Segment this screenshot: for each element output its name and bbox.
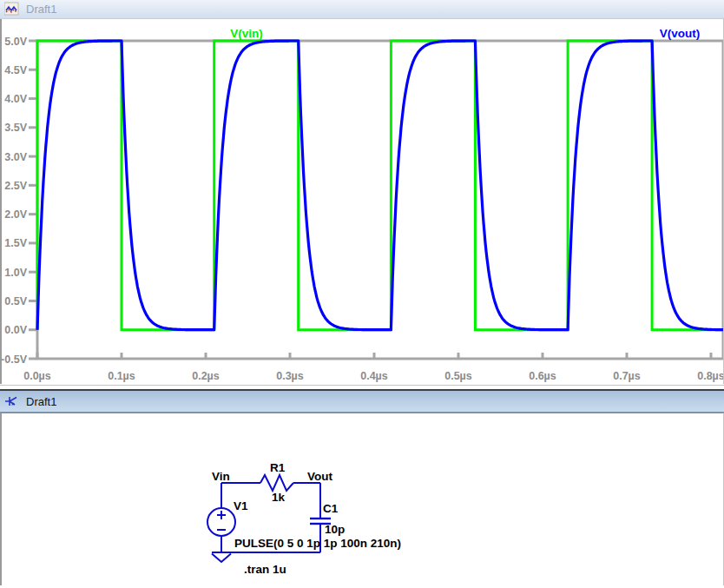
waveform-titlebar[interactable]: Draft1	[0, 0, 724, 19]
y-tick-label: 1.5V	[4, 237, 27, 249]
y-tick-label: 0.5V	[4, 295, 27, 307]
voltage-source-symbol[interactable]	[207, 508, 235, 536]
legend-vout[interactable]: V(vout)	[660, 27, 701, 40]
ref-label-r1[interactable]: R1	[270, 461, 286, 474]
plot-border	[37, 41, 723, 359]
y-tick-label: 5.0V	[4, 36, 27, 48]
x-tick-label: 0.1µs	[108, 370, 135, 382]
y-tick-label: 3.0V	[4, 151, 27, 163]
x-tick-label: 0.7µs	[613, 370, 641, 382]
schematic-window-title: Draft1	[26, 395, 56, 408]
value-label-pulse[interactable]: PULSE(0 5 0 1p 1p 100n 210n)	[234, 537, 401, 550]
ref-label-v1[interactable]: V1	[234, 499, 248, 512]
y-tick-label: 0.0V	[4, 324, 27, 336]
spice-directive[interactable]: .tran 1u	[244, 563, 286, 576]
x-tick-label: 0.8µs	[697, 370, 723, 382]
y-tick-label: 1.0V	[4, 267, 27, 279]
trace-vout	[37, 41, 723, 330]
x-tick-label: 0.4µs	[360, 370, 388, 382]
trace-vin	[37, 41, 723, 330]
net-label-vout[interactable]: Vout	[307, 470, 332, 483]
x-tick-label: 0.2µs	[192, 370, 220, 382]
y-tick-label: 2.0V	[4, 208, 27, 221]
waveform-icon	[4, 2, 19, 17]
schematic-canvas[interactable]: Vin R1 Vout 1k V1 C1 10p PULSE(0 5 0 1p …	[2, 413, 723, 585]
schematic-titlebar[interactable]: Draft1	[0, 389, 724, 413]
schematic-canvas-area[interactable]: Vin R1 Vout 1k V1 C1 10p PULSE(0 5 0 1p …	[0, 413, 724, 585]
schematic-window[interactable]: Draft1	[0, 385, 724, 588]
x-tick-label: 0.5µs	[444, 370, 472, 382]
y-tick-label: 4.5V	[4, 64, 27, 76]
waveform-plot-area[interactable]: 5.0V4.5V4.0V3.5V3.0V2.5V2.0V1.5V1.0V0.5V…	[0, 19, 724, 384]
x-tick-label: 0.6µs	[529, 370, 556, 382]
waveform-window-title: Draft1	[26, 3, 56, 16]
plus-sign	[217, 511, 226, 519]
ref-label-c1[interactable]: C1	[323, 502, 339, 515]
ground-symbol[interactable]	[212, 552, 231, 562]
value-label-1k[interactable]: 1k	[272, 491, 286, 504]
waveform-window[interactable]: Draft1 5.0V4.5V4.0V3.5V3.0V2.5V2.0V1.5V1…	[0, 0, 724, 386]
value-label-10p[interactable]: 10p	[325, 523, 345, 536]
schematic-icon	[4, 394, 19, 409]
y-tick-label: -0.5V	[2, 353, 28, 366]
y-tick-label: 3.5V	[4, 122, 27, 134]
y-tick-label: 2.5V	[4, 180, 27, 192]
net-label-vin[interactable]: Vin	[212, 470, 230, 483]
legend-vin[interactable]: V(vin)	[230, 27, 263, 40]
y-tick-label: 4.0V	[4, 93, 27, 105]
x-tick-label: 0.3µs	[276, 370, 304, 382]
waveform-plot[interactable]: 5.0V4.5V4.0V3.5V3.0V2.5V2.0V1.5V1.0V0.5V…	[2, 19, 723, 384]
resistor-symbol[interactable]	[260, 475, 293, 491]
x-tick-label: 0.0µs	[23, 370, 51, 382]
